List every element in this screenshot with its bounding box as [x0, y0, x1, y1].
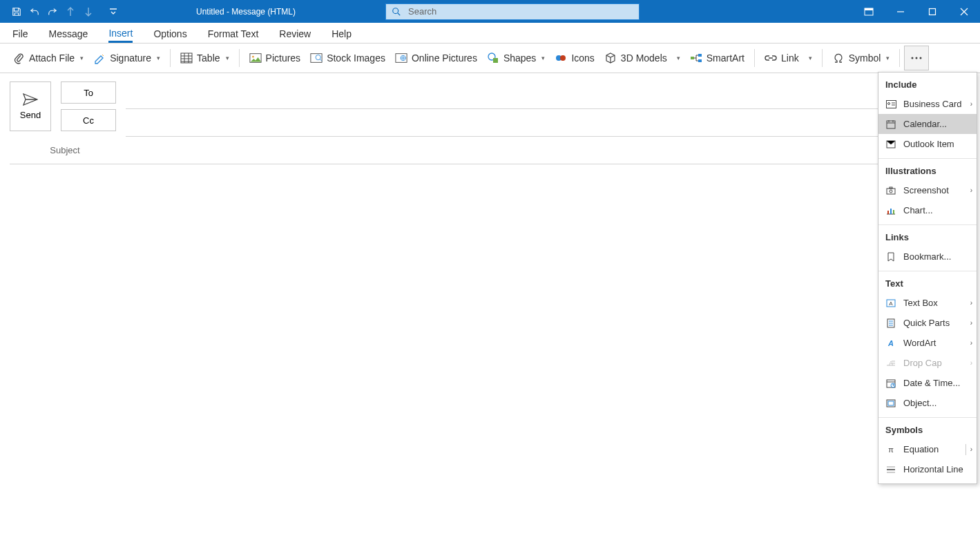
icons-button[interactable]: Icons	[552, 48, 597, 68]
undo-icon[interactable]	[28, 5, 41, 19]
outlook-item-icon	[885, 139, 896, 150]
svg-rect-15	[691, 57, 694, 59]
tab-options[interactable]: Options	[153, 28, 186, 43]
svg-rect-2	[865, 8, 873, 10]
send-button[interactable]: Send	[10, 81, 51, 131]
screenshot-icon	[885, 185, 896, 196]
svg-rect-28	[887, 211, 889, 214]
table-button[interactable]: Table▾	[177, 48, 231, 68]
more-commands-button[interactable]	[904, 46, 929, 70]
stock-images-button[interactable]: Stock Images	[307, 48, 388, 68]
chevron-right-icon: ›	[970, 359, 972, 367]
chart-icon	[885, 205, 896, 216]
tab-review[interactable]: Review	[279, 28, 311, 43]
horizontal-line-item[interactable]: Horizontal Line	[878, 459, 977, 479]
close-icon[interactable]	[948, 0, 980, 23]
3d-models-button[interactable]: 3D Models ▾	[602, 48, 683, 68]
maximize-icon[interactable]	[916, 0, 948, 23]
svg-rect-3	[930, 8, 936, 15]
svg-rect-12	[493, 58, 498, 63]
panel-links-header: Links	[878, 229, 977, 247]
chevron-down-icon: ▾	[80, 55, 84, 61]
more-commands-panel: Include Business Card › Calendar... Outl…	[878, 72, 977, 484]
redo-icon[interactable]	[46, 5, 59, 19]
svg-point-18	[912, 57, 914, 59]
svg-rect-23	[887, 121, 895, 128]
svg-rect-7	[311, 54, 322, 63]
paperclip-icon	[12, 52, 25, 64]
panel-illustrations-header: Illustrations	[878, 163, 977, 180]
tab-insert[interactable]: Insert	[108, 28, 133, 43]
business-card-item[interactable]: Business Card ›	[878, 94, 977, 114]
icons-icon	[555, 52, 567, 64]
qat-customize-icon[interactable]	[106, 5, 120, 19]
tab-help[interactable]: Help	[332, 28, 352, 43]
send-icon	[23, 93, 38, 106]
date-time-icon	[885, 378, 896, 389]
chevron-down-icon: ▾	[809, 55, 812, 61]
link-button[interactable]: Link ▾	[762, 48, 815, 68]
svg-text:A: A	[889, 300, 893, 307]
previous-icon[interactable]	[64, 5, 77, 19]
tab-message[interactable]: Message	[49, 28, 88, 43]
window-title: Untitled - Message (HTML)	[196, 7, 296, 17]
chevron-down-icon: ▾	[226, 55, 229, 61]
screenshot-item[interactable]: Screenshot ›	[878, 180, 977, 200]
pictures-button[interactable]: Pictures	[247, 48, 304, 68]
cc-button[interactable]: Cc	[61, 109, 116, 131]
object-item[interactable]: Object...	[878, 393, 977, 413]
online-pictures-icon	[395, 52, 407, 64]
panel-text-header: Text	[878, 276, 977, 293]
table-icon	[180, 52, 193, 64]
wordart-icon: A	[885, 338, 896, 349]
shapes-button[interactable]: Shapes▾	[484, 48, 548, 68]
title-bar: Untitled - Message (HTML) Search	[0, 0, 980, 23]
compose-header: Send To Cc	[0, 73, 980, 137]
tab-file[interactable]: File	[12, 28, 28, 43]
outlook-item-item[interactable]: Outlook Item	[878, 134, 977, 154]
chart-item[interactable]: Chart...	[878, 200, 977, 220]
window-controls	[853, 0, 980, 23]
svg-rect-25	[887, 189, 895, 194]
ribbon-display-icon[interactable]	[853, 0, 885, 23]
save-icon[interactable]	[10, 5, 23, 19]
smartart-button[interactable]: SmartArt	[687, 48, 747, 68]
subject-field[interactable]	[120, 137, 970, 164]
calendar-item[interactable]: Calendar...	[878, 114, 977, 134]
cc-field[interactable]	[126, 109, 970, 137]
text-box-item[interactable]: A Text Box ›	[878, 293, 977, 313]
svg-rect-30	[893, 210, 894, 214]
chevron-right-icon: ›	[970, 186, 972, 194]
ellipsis-icon	[911, 57, 922, 59]
signature-button[interactable]: Signature▾	[90, 48, 163, 68]
symbol-button[interactable]: Symbol▾	[829, 48, 893, 68]
cube-icon	[604, 52, 617, 64]
business-card-icon	[885, 99, 896, 110]
ribbon-tabs: File Message Insert Options Format Text …	[0, 23, 980, 44]
to-field[interactable]	[126, 81, 970, 109]
minimize-icon[interactable]	[885, 0, 916, 23]
svg-point-6	[252, 56, 254, 58]
wordart-item[interactable]: A WordArt ›	[878, 333, 977, 353]
ribbon: Attach File▾ Signature▾ Table▾ Pictures …	[0, 44, 980, 73]
search-box[interactable]: Search	[385, 3, 640, 20]
equation-item[interactable]: π Equation ›	[878, 439, 977, 459]
chevron-right-icon[interactable]: ›	[965, 444, 972, 455]
subject-label: Subject	[10, 145, 120, 155]
next-icon[interactable]	[81, 5, 95, 19]
online-pictures-button[interactable]: Online Pictures	[392, 48, 480, 68]
svg-point-20	[920, 57, 922, 59]
svg-text:A: A	[887, 339, 894, 347]
svg-point-19	[916, 57, 918, 59]
bookmark-item[interactable]: Bookmark...	[878, 247, 977, 267]
tab-format-text[interactable]: Format Text	[208, 28, 259, 43]
quick-parts-item[interactable]: Quick Parts ›	[878, 313, 977, 333]
chevron-down-icon: ▾	[886, 55, 890, 61]
signature-icon	[93, 52, 106, 64]
to-button[interactable]: To	[61, 81, 116, 104]
svg-rect-29	[890, 209, 892, 214]
svg-text:π: π	[888, 445, 894, 454]
date-time-item[interactable]: Date & Time...	[878, 373, 977, 393]
horizontal-line-icon	[885, 464, 896, 475]
attach-file-button[interactable]: Attach File▾	[10, 48, 86, 68]
